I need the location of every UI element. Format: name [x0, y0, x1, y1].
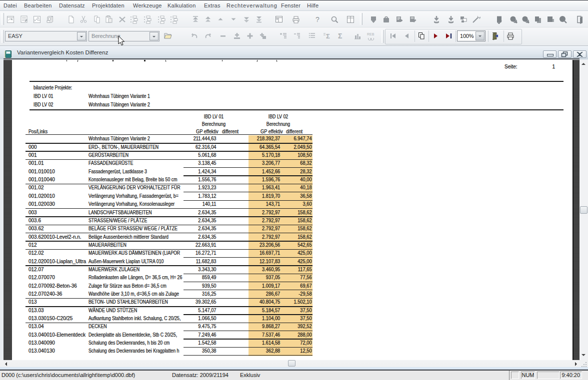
svg-text:REB: REB — [367, 32, 374, 36]
svg-text:Σ: Σ — [326, 32, 330, 40]
svg-text:?: ? — [316, 15, 320, 23]
svg-text:Σ: Σ — [338, 32, 342, 40]
